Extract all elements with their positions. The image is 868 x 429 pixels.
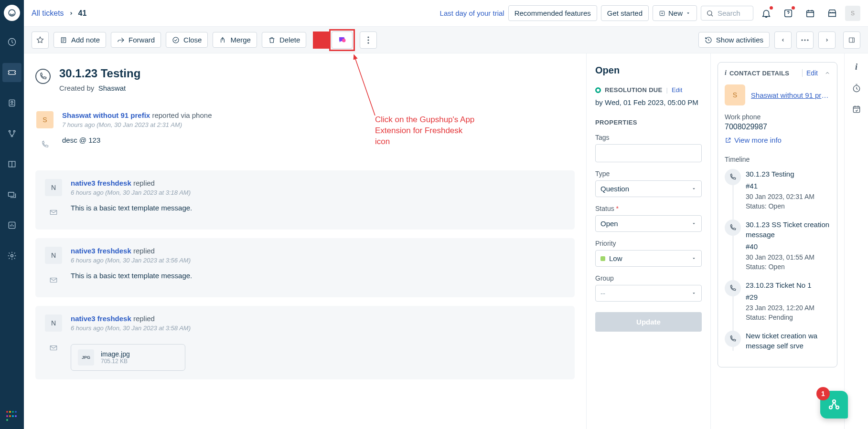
brand-logo[interactable] [4, 5, 20, 21]
status-select[interactable]: Open [595, 215, 702, 232]
close-label: Close [183, 36, 202, 44]
group-select[interactable]: -- [595, 285, 702, 302]
timeline-item[interactable]: 30.1.23 Testing #41 30 Jan 2023, 02:31 A… [746, 169, 830, 210]
profile-avatar[interactable]: S [845, 6, 860, 21]
breadcrumb-current: 41 [78, 9, 87, 18]
resolution-edit-link[interactable]: Edit [672, 86, 682, 94]
message-author[interactable]: native3 freshdesk [71, 179, 131, 187]
created-by: Created by Shaswat [59, 84, 140, 92]
nav-analytics[interactable] [2, 216, 21, 235]
add-note-button[interactable]: Add note [54, 32, 106, 48]
delete-button[interactable]: Delete [262, 32, 306, 48]
attachment[interactable]: JPG image.jpg 705.12 KB [71, 344, 185, 371]
nav-social[interactable] [2, 124, 21, 143]
show-activities-button[interactable]: Show activities [698, 32, 770, 48]
plus-box-icon [659, 10, 665, 17]
status-label: Status * [595, 205, 702, 212]
help-badge [792, 6, 795, 10]
notifications-icon[interactable] [757, 4, 775, 22]
timer-tab-icon[interactable] [852, 84, 861, 93]
channel-icon [45, 204, 62, 221]
history-icon [705, 36, 712, 44]
show-activities-label: Show activities [716, 36, 763, 44]
nav-dashboard[interactable] [2, 32, 21, 52]
nav-forums[interactable] [2, 185, 21, 204]
timeline-ticket-id: #29 [746, 293, 830, 301]
tags-input[interactable] [595, 144, 702, 162]
star-icon [36, 36, 44, 44]
forward-button[interactable]: Forward [111, 32, 161, 48]
channel-icon [36, 136, 54, 153]
timeline-status: Status: Open [746, 263, 830, 271]
message-author[interactable]: native3 freshdesk [71, 314, 131, 323]
svg-rect-26 [50, 346, 57, 350]
info-tab-icon[interactable]: i [855, 62, 857, 72]
message: S Shaswat without 91 prefix reported via… [35, 103, 575, 162]
contact-panel: i CONTACT DETAILS Edit S Shaswat without… [710, 53, 844, 429]
prev-ticket-button[interactable] [774, 31, 792, 49]
ticket-nav-menu-button[interactable] [796, 31, 814, 49]
expand-sidebar-button[interactable] [843, 31, 860, 49]
message-body: This is a basic text template message. [71, 204, 565, 212]
svg-point-17 [368, 36, 369, 38]
svg-rect-25 [50, 278, 57, 283]
priority-select[interactable]: Low [595, 250, 702, 267]
status-value: Open [600, 220, 618, 228]
new-button[interactable]: New [653, 5, 697, 21]
freshchat-widget[interactable]: 1 [820, 391, 848, 419]
timeline-item[interactable]: New ticket creation wa message self srve [746, 331, 830, 351]
message-author[interactable]: native3 freshdesk [71, 247, 131, 255]
todo-tab-icon[interactable] [852, 105, 861, 114]
timeline-title: 30.1.23 Testing [746, 169, 830, 179]
ticket-title: 30.1.23 Testing [59, 67, 140, 80]
get-started-button[interactable]: Get started [601, 5, 649, 21]
merge-button[interactable]: Merge [213, 32, 257, 48]
message-timestamp: 6 hours ago (Mon, 30 Jan 2023 at 3:58 AM… [71, 324, 565, 332]
contact-name-link[interactable]: Shaswat without 91 pre… [751, 91, 830, 99]
svg-point-20 [801, 39, 803, 41]
message-avatar: N [45, 314, 62, 332]
channel-icon [45, 339, 62, 356]
more-actions-button[interactable] [360, 31, 377, 49]
search-input[interactable]: Search [701, 6, 753, 21]
nav-admin[interactable] [2, 246, 21, 265]
type-select[interactable]: Question [595, 180, 702, 197]
next-ticket-button[interactable] [818, 31, 836, 49]
ticket-status-heading: Open [595, 65, 702, 76]
nav-app-launcher[interactable] [6, 411, 18, 422]
nav-tickets[interactable] [2, 63, 21, 82]
nav-solutions[interactable] [2, 155, 21, 174]
collapse-contact-button[interactable] [825, 70, 830, 76]
gupshup-extension-button[interactable] [332, 31, 353, 49]
svg-point-21 [804, 39, 805, 41]
view-more-info-link[interactable]: View more info [725, 136, 830, 144]
message-body: desc @ 123 [62, 136, 565, 144]
help-icon[interactable] [779, 4, 797, 22]
update-button[interactable]: Update [595, 312, 702, 332]
calendar-icon[interactable] [801, 4, 819, 22]
timeline-date: 30 Jan 2023, 02:31 AM [746, 193, 830, 200]
marketplace-icon[interactable] [823, 4, 841, 22]
svg-point-11 [707, 10, 712, 15]
svg-point-15 [173, 37, 179, 43]
svg-rect-23 [849, 38, 855, 42]
close-button[interactable]: Close [166, 32, 208, 48]
breadcrumb-root-link[interactable]: All tickets [32, 9, 64, 18]
nav-contacts[interactable] [2, 94, 21, 113]
timeline-label: Timeline [725, 156, 830, 163]
priority-label: Priority [595, 240, 702, 247]
properties-section-label: PROPERTIES [595, 119, 702, 126]
nav-rail [0, 0, 24, 429]
message-timestamp: 6 hours ago (Mon, 30 Jan 2023 at 3:18 AM… [71, 189, 565, 196]
message-author[interactable]: Shaswat without 91 prefix [62, 111, 150, 119]
trial-notice-link[interactable]: Last day of your trial [440, 9, 504, 17]
message-via: replied [133, 247, 155, 255]
recommended-features-button[interactable]: Recommended features [508, 5, 597, 21]
star-button[interactable] [32, 31, 49, 49]
breadcrumb: All tickets 41 [32, 9, 86, 18]
timeline-item[interactable]: 23.10.23 Ticket No 1 #29 23 Jan 2023, 12… [746, 280, 830, 321]
contact-edit-link[interactable]: Edit [802, 69, 818, 77]
timeline-item[interactable]: 30.1.23 SS Ticket creation message #40 3… [746, 220, 830, 271]
message-header: native3 freshdesk replied [71, 179, 565, 187]
timeline-status: Status: Open [746, 202, 830, 210]
